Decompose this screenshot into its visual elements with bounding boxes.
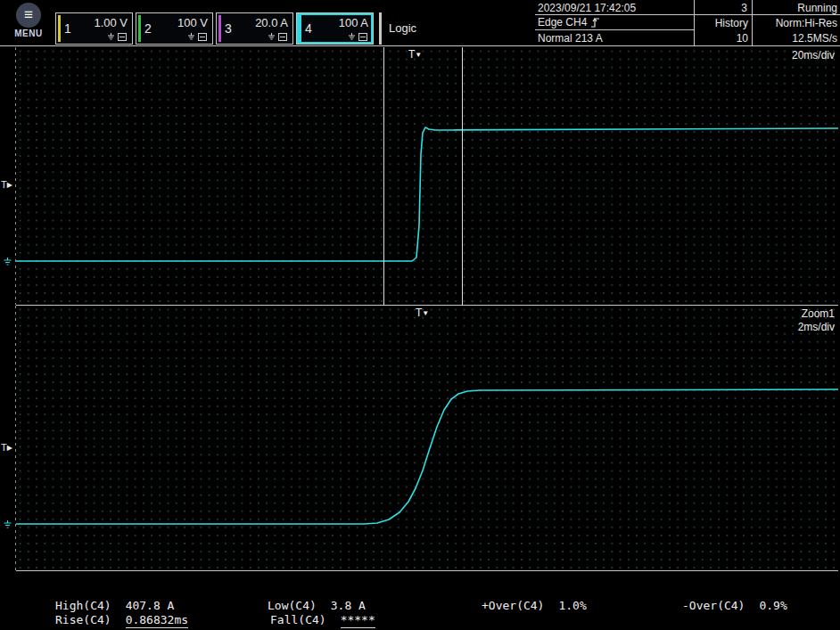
run-state: Running [797, 2, 837, 14]
measurement-label: Fall(C4) [270, 613, 326, 628]
measurement-high: High(C4) 407.8 A [55, 599, 174, 612]
ground-icon [348, 33, 356, 41]
channel-1-scale: 1.00 V [94, 16, 128, 29]
measurement-low: Low(C4) 3.8 A [268, 599, 366, 612]
zoom-label: Zoom1 [802, 307, 835, 320]
history-value: 10 [697, 32, 748, 45]
right-arrow-icon: ▶ [7, 444, 12, 452]
measurement-value: ***** [341, 613, 375, 628]
record-mode[interactable]: Norm:Hi-Res [776, 17, 837, 29]
measurement-pos-overshoot: +Over(C4) 1.0% [482, 599, 587, 612]
zoom-waveform-trace [16, 306, 838, 570]
main-waveform-trace [16, 47, 838, 305]
zoom-trigger-level-marker[interactable]: T▶ [1, 442, 12, 453]
menu-button[interactable]: ≡ MENU [9, 3, 48, 38]
channel-4-scale: 100 A [339, 16, 368, 29]
datetime: 2023/09/21 17:42:05 [538, 2, 636, 14]
channel-2-box[interactable]: 2 100 V [136, 12, 213, 45]
history-label[interactable]: History [697, 17, 748, 29]
top-bar: ≡ MENU 1 1.00 V 2 100 V [0, 0, 840, 46]
measurement-label: Low(C4) [268, 599, 317, 612]
measurement-fall: Fall(C4) ***** [270, 613, 375, 628]
down-arrow-icon: ▼ [422, 309, 429, 317]
channel-4-box-selected[interactable]: 4 100 A [296, 12, 374, 45]
trigger-mode[interactable]: Normal 213 A [538, 32, 603, 45]
channel-4-number: 4 [305, 21, 312, 36]
channel-list: 1 1.00 V 2 100 V 3 20.0 A [55, 12, 424, 45]
logic-button[interactable]: Logic [379, 12, 424, 45]
channel-4-color-bar [299, 15, 301, 42]
channel-3-scale: 20.0 A [255, 16, 288, 29]
zoom-waveform-panel[interactable]: T▼ T▶ Zoom1 2ms/div [16, 306, 838, 571]
coupling-icon [198, 33, 207, 41]
measurement-value: 407.8 A [126, 599, 175, 612]
status-panel: 2023/09/21 17:42:05 3 Running Edge CH4 N… [535, 0, 840, 46]
measurement-label: +Over(C4) [482, 599, 544, 612]
oscilloscope-screen: ≡ MENU 1 1.00 V 2 100 V [0, 0, 840, 630]
channel-4-ground-marker[interactable] [3, 518, 12, 534]
measurement-label: -Over(C4) [682, 599, 745, 612]
measurement-value: 0.86832ms [126, 613, 188, 628]
zoom-timebase-label: 2ms/div [798, 321, 835, 333]
measurement-value: 1.0% [558, 599, 586, 612]
sample-rate: 12.5MS/s [792, 32, 837, 45]
measurement-rise: Rise(C4) 0.86832ms [55, 613, 188, 628]
trigger-type: Edge CH4 [538, 16, 587, 29]
down-arrow-icon: ▼ [415, 51, 422, 59]
main-timebase-label: 20ms/div [792, 49, 835, 61]
status-divider [535, 14, 840, 15]
coupling-icon [118, 33, 127, 41]
hamburger-icon: ≡ [16, 3, 41, 28]
channel-2-scale: 100 V [177, 16, 208, 29]
trigger-settings[interactable]: Edge CH4 [538, 16, 600, 29]
ground-icon [187, 33, 195, 41]
channel-1-color-bar [58, 15, 61, 42]
measurement-label: High(C4) [55, 599, 111, 612]
channel-3-box[interactable]: 3 20.0 A [216, 12, 293, 45]
channel-1-box[interactable]: 1 1.00 V [55, 12, 133, 45]
right-arrow-icon: ▶ [7, 181, 12, 189]
channel-4-ground-marker[interactable] [3, 255, 12, 271]
status-divider [752, 0, 753, 46]
zoom-trigger-position-marker[interactable]: T▼ [416, 307, 429, 319]
ground-icon [107, 33, 115, 41]
coupling-icon [278, 33, 287, 41]
zoom-window-right-cursor[interactable] [462, 47, 463, 305]
channel-1-number: 1 [64, 21, 71, 36]
measurement-label: Rise(C4) [55, 613, 111, 628]
channel-2-color-bar [138, 15, 141, 42]
main-waveform-panel[interactable]: T▼ T▶ 20ms/div [16, 47, 838, 306]
channel-3-color-bar [218, 15, 221, 42]
acquisition-count: 3 [694, 2, 747, 14]
measurement-neg-overshoot: -Over(C4) 0.9% [682, 599, 787, 612]
ground-icon [268, 33, 276, 41]
trigger-position-marker[interactable]: T▼ [408, 48, 422, 61]
trigger-level-marker[interactable]: T▶ [1, 179, 12, 190]
measurement-value: 0.9% [759, 599, 786, 612]
status-divider [535, 29, 694, 30]
rising-edge-icon [590, 17, 600, 29]
channel-2-number: 2 [144, 21, 152, 36]
channel-3-number: 3 [225, 21, 232, 36]
coupling-icon [358, 33, 367, 41]
zoom-window-left-cursor[interactable] [383, 47, 384, 305]
menu-label: MENU [9, 29, 48, 38]
measurement-value: 3.8 A [331, 599, 366, 612]
